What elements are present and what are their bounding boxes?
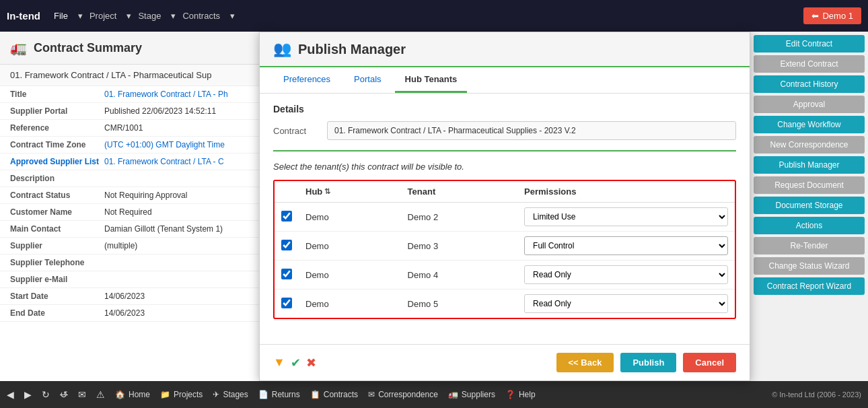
- checkbox-4[interactable]: [281, 298, 292, 308]
- back-button[interactable]: << Back: [556, 353, 614, 372]
- suppliers-icon: 🚛: [448, 390, 458, 399]
- value-supplier: (multiple): [104, 241, 249, 250]
- right-sidebar: Edit Contract Extend Contract Contract H…: [750, 32, 868, 381]
- cross-icon[interactable]: ✖: [306, 355, 316, 370]
- sidebar-btn-approval[interactable]: Approval: [754, 96, 865, 113]
- info-row-supplier: Supplier (multiple): [0, 238, 259, 254]
- td-permission-1: Limited Use Full Control Read Only: [517, 203, 735, 232]
- value-reference: CMR/1001: [104, 123, 249, 133]
- bottom-nav-home[interactable]: 🏠 Home: [115, 390, 150, 399]
- value-title: 01. Framework Contract / LTA - Ph: [104, 90, 249, 99]
- tab-preferences[interactable]: Preferences: [273, 67, 340, 93]
- users-icon: 👥: [273, 40, 291, 58]
- nav-contracts[interactable]: Contracts: [182, 11, 220, 21]
- details-section-title: Details: [273, 104, 736, 114]
- sort-icon[interactable]: ⇅: [324, 187, 330, 196]
- table-row: Demo Demo 4 Limited Use Full Control Rea…: [275, 261, 735, 290]
- sidebar-btn-publish-manager[interactable]: Publish Manager: [754, 156, 865, 174]
- modal-footer: ▼ ✔ ✖ << Back Publish Cancel: [260, 344, 750, 380]
- label-supplier-list: Approved Supplier List: [10, 157, 104, 166]
- bottom-nav-suppliers[interactable]: 🚛 Suppliers: [448, 390, 495, 399]
- td-permission-4: Limited Use Full Control Read Only: [517, 290, 735, 318]
- value-supplier-list[interactable]: 01. Framework Contract / LTA - C: [104, 157, 249, 166]
- label-supplier-telephone: Supplier Telephone: [10, 258, 104, 267]
- tab-hub-tenants[interactable]: Hub Tenants: [395, 67, 468, 93]
- correspondence-label: Correspondence: [378, 390, 438, 399]
- home-label: Home: [129, 390, 150, 399]
- user-button[interactable]: ⬅ Demo 1: [803, 7, 861, 24]
- sidebar-btn-document-storage[interactable]: Document Storage: [754, 197, 865, 214]
- modal-title: Publish Manager: [298, 42, 406, 57]
- permission-select-1[interactable]: Limited Use Full Control Read Only: [524, 207, 728, 226]
- value-customer-name: Not Required: [104, 207, 249, 217]
- nav-project[interactable]: Project: [89, 11, 116, 21]
- returns-icon: 📄: [258, 390, 268, 399]
- value-end-date: 14/06/2023: [104, 308, 249, 318]
- nav-mail-button[interactable]: ✉: [78, 389, 86, 400]
- bottom-nav-help[interactable]: ❓ Help: [505, 390, 536, 399]
- info-row-start-date: Start Date 14/06/2023: [0, 288, 259, 305]
- td-tenant-1: Demo 2: [401, 203, 517, 232]
- label-start-date: Start Date: [10, 292, 104, 301]
- td-hub-4: Demo: [299, 290, 401, 318]
- main-area: 🚛 Contract Summary 01. Framework Contrac…: [0, 32, 868, 381]
- sidebar-btn-re-tender[interactable]: Re-Tender: [754, 237, 865, 254]
- nav-stage[interactable]: Stage: [138, 11, 161, 21]
- nav-back-button[interactable]: ◀: [7, 389, 14, 400]
- nav-stop-button[interactable]: ↺: [60, 389, 68, 400]
- sidebar-btn-new-correspondence[interactable]: New Correspondence: [754, 136, 865, 154]
- sidebar-btn-extend-contract[interactable]: Extend Contract: [754, 55, 865, 73]
- checkbox-2[interactable]: [281, 240, 292, 250]
- permission-select-4[interactable]: Limited Use Full Control Read Only: [524, 294, 728, 313]
- td-checkbox-4: [275, 290, 299, 318]
- bottom-nav-correspondence[interactable]: ✉ Correspondence: [368, 390, 438, 399]
- contract-title-bar: 01. Framework Contract / LTA - Pharmaceu…: [0, 65, 259, 86]
- publish-manager-modal: 👥 Publish Manager Preferences Portals Hu…: [259, 32, 750, 381]
- left-panel: 🚛 Contract Summary 01. Framework Contrac…: [0, 32, 259, 381]
- table-row: Demo Demo 2 Limited Use Full Control Rea…: [275, 203, 735, 232]
- nav-alert-button[interactable]: ⚠: [96, 389, 105, 400]
- value-main-contact: Damian Gillott (Tenant System 1): [104, 224, 249, 234]
- td-checkbox-3: [275, 261, 299, 290]
- checkbox-3[interactable]: [281, 269, 292, 279]
- sidebar-btn-change-workflow[interactable]: Change Workflow: [754, 116, 865, 133]
- panel-title: Contract Summary: [34, 41, 142, 55]
- sidebar-btn-change-status-wizard[interactable]: Change Status Wizard: [754, 257, 865, 275]
- table-header-row: Hub ⇅ Tenant Permissions: [275, 181, 735, 203]
- td-tenant-4: Demo 5: [401, 290, 517, 318]
- tenant-table-container: Hub ⇅ Tenant Permissions: [273, 180, 736, 319]
- nav-forward-button[interactable]: ▶: [24, 389, 32, 400]
- label-description: Description: [10, 174, 104, 183]
- sidebar-btn-request-document[interactable]: Request Document: [754, 176, 865, 194]
- td-hub-1: Demo: [299, 203, 401, 232]
- cancel-button[interactable]: Cancel: [683, 353, 736, 372]
- nav-file[interactable]: File: [54, 11, 68, 21]
- bottom-nav-contracts[interactable]: 📋 Contracts: [310, 390, 358, 399]
- contracts-label: Contracts: [324, 390, 358, 399]
- sidebar-btn-contract-report-wizard[interactable]: Contract Report Wizard: [754, 277, 865, 295]
- bottom-nav-projects[interactable]: 📁 Projects: [160, 390, 203, 399]
- modal-body: Details Contract Select the tenant(s) th…: [260, 94, 750, 344]
- td-hub-3: Demo: [299, 261, 401, 290]
- checkbox-1[interactable]: [281, 211, 292, 222]
- sidebar-btn-contract-history[interactable]: Contract History: [754, 75, 865, 93]
- sidebar-btn-edit-contract[interactable]: Edit Contract: [754, 35, 865, 53]
- publish-button[interactable]: Publish: [620, 353, 676, 372]
- contract-value-input: [327, 121, 736, 140]
- tab-portals[interactable]: Portals: [344, 67, 391, 93]
- bottom-nav-stages[interactable]: ✈ Stages: [213, 390, 248, 399]
- filter-icon[interactable]: ▼: [273, 355, 285, 370]
- bottom-bar: ◀ ▶ ↻ ↺ ✉ ⚠ 🏠 Home 📁 Projects ✈ Stages 📄…: [0, 381, 868, 408]
- panel-header: 🚛 Contract Summary: [0, 32, 259, 65]
- permission-select-3[interactable]: Limited Use Full Control Read Only: [524, 265, 728, 284]
- contract-field: Contract: [273, 121, 736, 140]
- modal-tabs: Preferences Portals Hub Tenants: [260, 67, 750, 94]
- nav-refresh-button[interactable]: ↻: [42, 389, 50, 400]
- permission-select-2[interactable]: Limited Use Full Control Read Only: [524, 236, 728, 255]
- sidebar-btn-actions[interactable]: Actions: [754, 217, 865, 234]
- check-icon[interactable]: ✔: [291, 355, 301, 370]
- footer-icons: ▼ ✔ ✖: [273, 355, 316, 370]
- bottom-nav-returns[interactable]: 📄 Returns: [258, 390, 300, 399]
- th-permissions: Permissions: [517, 181, 735, 203]
- divider: [273, 150, 736, 151]
